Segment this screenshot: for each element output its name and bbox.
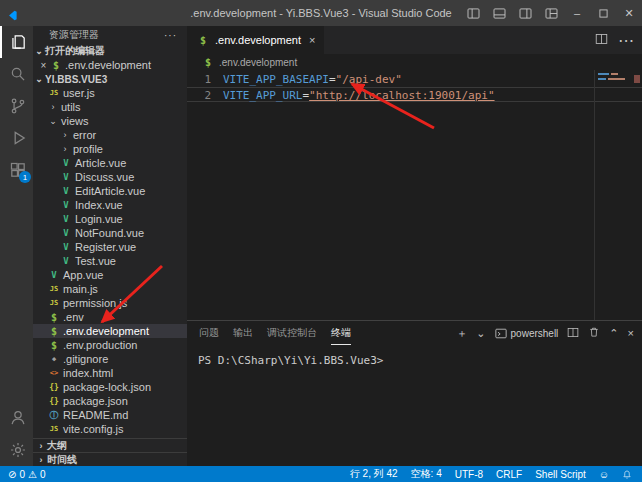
env-file-icon: $ xyxy=(47,312,61,323)
tree-item-profile[interactable]: ›profile xyxy=(33,142,187,156)
tree-item-vite.config.js[interactable]: JSvite.config.js xyxy=(33,422,187,436)
tree-item-views[interactable]: ⌄views xyxy=(33,114,187,128)
overview-ruler-mark xyxy=(634,75,640,83)
tree-item-Register.vue[interactable]: VRegister.vue xyxy=(33,240,187,254)
minimap[interactable] xyxy=(594,70,642,320)
open-editors-header[interactable]: ⌄ 打开的编辑器 xyxy=(33,44,187,58)
language-mode[interactable]: Shell Script xyxy=(535,469,586,480)
encoding[interactable]: UTF-8 xyxy=(455,469,483,480)
tree-item-App.vue[interactable]: VApp.vue xyxy=(33,268,187,282)
explorer-sidebar: 资源管理器 ··· ⌄ 打开的编辑器 × $ .env.development … xyxy=(33,26,187,466)
editor-more-actions-icon[interactable]: ⋯ xyxy=(618,31,634,50)
tree-item-.gitignore[interactable]: ◆.gitignore xyxy=(33,352,187,366)
token-equals: = xyxy=(329,72,336,87)
tree-item-error[interactable]: ›error xyxy=(33,128,187,142)
token-key: VITE_APP_BASEAPI xyxy=(223,72,329,87)
tree-item-user.js[interactable]: JSuser.js xyxy=(33,86,187,100)
close-panel-icon[interactable]: × xyxy=(628,328,634,339)
customize-layout-icon[interactable] xyxy=(538,0,564,26)
panel-tab-输出[interactable]: 输出 xyxy=(233,321,253,345)
tree-item-permission.js[interactable]: JSpermission.js xyxy=(33,296,187,310)
tree-item-package-lock.json[interactable]: {}package-lock.json xyxy=(33,380,187,394)
tree-item-EditArticle.vue[interactable]: VEditArticle.vue xyxy=(33,184,187,198)
indentation[interactable]: 空格: 4 xyxy=(411,467,442,481)
settings-gear-icon[interactable] xyxy=(0,434,33,466)
chevron-down-icon[interactable]: ⌄ xyxy=(476,328,485,339)
tree-item-.env[interactable]: $.env xyxy=(33,310,187,324)
panel-tabs: 问题输出调试控制台终端 xyxy=(199,321,351,345)
new-terminal-icon[interactable]: ＋ xyxy=(456,328,467,339)
file-name: package.json xyxy=(63,395,128,407)
chevron-down-icon: ⌄ xyxy=(33,46,45,56)
panel-tab-调试控制台[interactable]: 调试控制台 xyxy=(267,321,317,345)
accounts-icon[interactable] xyxy=(0,402,33,434)
project-root-header[interactable]: ⌄ YI.BBS.VUE3 xyxy=(33,72,187,86)
file-name: main.js xyxy=(63,283,98,295)
code-line-1[interactable]: 1VITE_APP_BASEAPI="/api-dev" xyxy=(187,72,642,87)
tree-item-main.js[interactable]: JSmain.js xyxy=(33,282,187,296)
breadcrumb[interactable]: $ .env.development xyxy=(187,54,642,70)
json-file-icon: {} xyxy=(47,383,61,392)
file-name: error xyxy=(73,129,96,141)
tree-item-Discuss.vue[interactable]: VDiscuss.vue xyxy=(33,170,187,184)
html-file-icon: <> xyxy=(47,369,61,377)
file-name: Article.vue xyxy=(75,157,126,169)
split-editor-icon[interactable] xyxy=(595,31,608,49)
tree-item-Index.vue[interactable]: VIndex.vue xyxy=(33,198,187,212)
tree-item-Test.vue[interactable]: VTest.vue xyxy=(33,254,187,268)
kill-terminal-icon[interactable] xyxy=(588,324,600,342)
outline-section[interactable]: › 大纲 xyxy=(33,438,187,452)
terminal[interactable]: PS D:\CSharp\Yi\Yi.BBS.Vue3> xyxy=(187,345,642,466)
toggle-sidebar-icon[interactable] xyxy=(460,0,486,26)
tree-item-README.md[interactable]: ⓘREADME.md xyxy=(33,408,187,422)
tab-env-development[interactable]: $ .env.development × xyxy=(187,26,324,54)
tree-item-package.json[interactable]: {}package.json xyxy=(33,394,187,408)
tree-item-.env.development[interactable]: $.env.development xyxy=(33,324,187,338)
file-name: Discuss.vue xyxy=(75,171,134,183)
feedback-icon[interactable]: ☺ xyxy=(599,469,609,480)
tree-item-NotFound.vue[interactable]: VNotFound.vue xyxy=(33,226,187,240)
panel-tab-问题[interactable]: 问题 xyxy=(199,321,219,345)
notifications-bell-icon[interactable] xyxy=(622,469,632,480)
git-file-icon: ◆ xyxy=(47,355,61,363)
activity-run-debug-icon[interactable] xyxy=(0,122,33,154)
panel-tab-终端[interactable]: 终端 xyxy=(331,321,351,345)
maximize-panel-icon[interactable]: ⌃ xyxy=(609,328,618,339)
code-line-2[interactable]: 2VITE_APP_URL="http://localhost:19001/ap… xyxy=(187,87,642,102)
extensions-badge: 1 xyxy=(19,171,31,183)
activity-extensions-icon[interactable]: 1 xyxy=(0,154,33,186)
js-file-icon: JS xyxy=(47,299,61,307)
code-editor[interactable]: 1VITE_APP_BASEAPI="/api-dev"2VITE_APP_UR… xyxy=(187,70,642,320)
activity-bar: 1 xyxy=(0,26,33,466)
info-file-icon: ⓘ xyxy=(47,409,61,422)
shell-selector[interactable]: powershell xyxy=(495,328,559,339)
toggle-panel-icon[interactable] xyxy=(486,0,512,26)
tree-item-.env.production[interactable]: $.env.production xyxy=(33,338,187,352)
tree-item-utils[interactable]: ›utils xyxy=(33,100,187,114)
tab-close-icon[interactable]: × xyxy=(309,34,315,46)
open-editor-item[interactable]: × $ .env.development xyxy=(33,58,187,72)
split-terminal-icon[interactable] xyxy=(567,324,579,342)
activity-explorer-icon[interactable] xyxy=(0,26,33,58)
minimize-button[interactable]: – xyxy=(564,0,590,26)
cursor-position[interactable]: 行 2, 列 42 xyxy=(350,467,398,481)
file-name: views xyxy=(61,115,89,127)
close-button[interactable]: ✕ xyxy=(616,0,642,26)
file-name: Login.vue xyxy=(75,213,123,225)
activity-search-icon[interactable] xyxy=(0,58,33,90)
warning-icon: ⚠ xyxy=(28,469,37,480)
activity-source-control-icon[interactable] xyxy=(0,90,33,122)
tree-item-Login.vue[interactable]: VLogin.vue xyxy=(33,212,187,226)
problems-status[interactable]: ⊘ 0 ⚠ 0 xyxy=(8,469,45,480)
tree-item-index.html[interactable]: <>index.html xyxy=(33,366,187,380)
token-value: "/api-dev" xyxy=(336,72,402,87)
toggle-secondary-sidebar-icon[interactable] xyxy=(512,0,538,26)
close-icon[interactable]: × xyxy=(38,60,49,71)
vue-file-icon: V xyxy=(59,158,73,168)
more-actions-icon[interactable]: ··· xyxy=(164,30,177,41)
eol-sequence[interactable]: CRLF xyxy=(496,469,522,480)
bottom-panel: 问题输出调试控制台终端 ＋ ⌄ powershell xyxy=(187,320,642,466)
tree-item-Article.vue[interactable]: VArticle.vue xyxy=(33,156,187,170)
maximize-button[interactable] xyxy=(590,0,616,26)
timeline-section[interactable]: › 时间线 xyxy=(33,452,187,466)
